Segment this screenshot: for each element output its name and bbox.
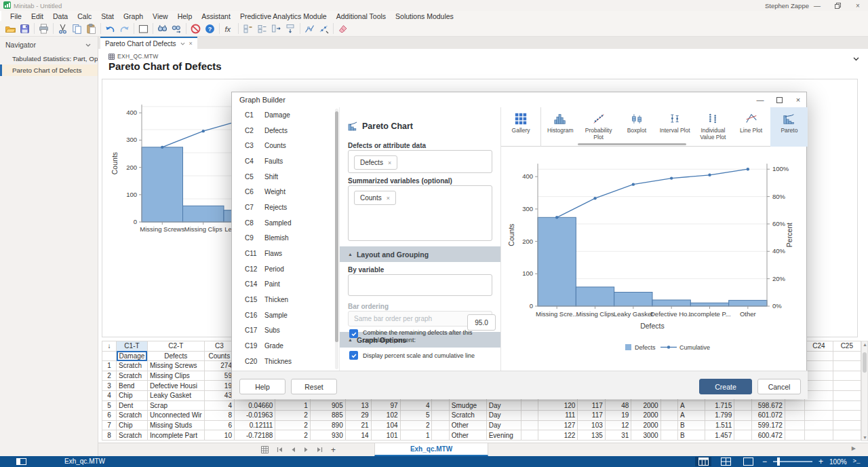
cell[interactable]: 890 (310, 420, 345, 430)
section-layout-grouping[interactable]: ▲Layout and Grouping (340, 246, 500, 262)
navigator-item-tabulated-statistics-part-oper[interactable]: Tabulated Statistics: Part, Operator (0, 53, 98, 64)
cell[interactable]: 2000 (631, 411, 660, 421)
cell[interactable]: -0.72188 (234, 430, 275, 441)
stop-icon[interactable] (189, 22, 203, 36)
last-sheet-icon[interactable] (317, 447, 323, 453)
row-number[interactable]: 8 (102, 430, 117, 441)
cell[interactable] (833, 371, 861, 381)
cell[interactable]: 135 (578, 430, 605, 441)
cell[interactable]: 2 (400, 420, 432, 430)
column-item-c17[interactable]: C17Subs (232, 323, 339, 339)
column-name-cell[interactable]: Defects (147, 351, 204, 361)
cell[interactable]: 127 (538, 420, 578, 430)
cell[interactable]: 6 (204, 420, 234, 430)
cell[interactable] (432, 411, 449, 421)
column-name-cell[interactable]: Damage (117, 351, 148, 361)
cell[interactable]: Day (486, 411, 521, 421)
cell[interactable]: A (678, 411, 705, 421)
move-rows-icon[interactable] (269, 22, 283, 36)
defects-field[interactable]: Defects× (348, 150, 492, 173)
split-view-icon[interactable] (717, 457, 734, 466)
cell[interactable] (805, 381, 833, 391)
cell[interactable] (805, 430, 833, 441)
cell[interactable]: 48 (605, 400, 631, 411)
help-icon[interactable]: ? (203, 22, 217, 36)
cell[interactable] (833, 430, 861, 441)
cell[interactable]: 19 (605, 411, 631, 421)
cell[interactable]: 21 (345, 420, 371, 430)
cell[interactable]: Scratch (117, 430, 148, 441)
sheet-tab-exh-qc[interactable]: Exh_qc.MTW (374, 443, 488, 456)
column-item-c15[interactable]: C15Thicken (232, 292, 339, 307)
cell[interactable]: 19 (204, 381, 234, 391)
menu-edit[interactable]: Edit (26, 12, 48, 20)
cell[interactable]: 1 (275, 400, 310, 411)
combine-defects-checkbox[interactable] (349, 329, 358, 338)
zoom-slider[interactable] (773, 461, 812, 462)
undo-icon[interactable] (103, 22, 117, 36)
cell[interactable]: 2000 (631, 420, 660, 430)
column-header-C2-T[interactable]: C2-T (147, 341, 204, 352)
dialog-minimize-icon[interactable]: — (752, 94, 768, 106)
cell[interactable]: 905 (310, 400, 345, 411)
cell[interactable]: 5 (400, 411, 432, 421)
cell[interactable]: B (678, 430, 705, 441)
worksheet-vertical-scrollbar[interactable]: ▲ ▼ (861, 341, 868, 441)
tab-pareto-chart-of-defects[interactable]: Pareto Chart of Defects × (100, 37, 197, 49)
cell[interactable]: 598.672 (751, 400, 785, 411)
menu-assistant[interactable]: Assistant (197, 12, 235, 20)
cell[interactable]: 103 (578, 420, 605, 430)
cell[interactable]: 4 (400, 400, 432, 411)
cell[interactable]: 885 (310, 411, 345, 421)
gallery-item-line-plot[interactable]: Line Plot (732, 107, 770, 147)
cell[interactable]: Scratch (117, 371, 148, 381)
column-item-c4[interactable]: C4Faults (232, 153, 339, 169)
scroll-right-icon[interactable]: ▶ (852, 445, 856, 451)
column-item-c11[interactable]: C11Flaws (232, 246, 339, 261)
cell[interactable]: Unconnected Wir (147, 411, 204, 421)
column-item-c9[interactable]: C9Blemish (232, 231, 339, 246)
cell[interactable] (660, 420, 677, 430)
cell[interactable]: Scratch (117, 411, 148, 421)
help-button[interactable]: Help (239, 379, 285, 394)
column-item-c7[interactable]: C7Rejects (232, 200, 339, 215)
cell[interactable]: 600.472 (751, 430, 785, 441)
gallery-scrollbar[interactable] (578, 143, 686, 145)
cell[interactable] (833, 411, 861, 421)
column-header-C24[interactable]: C24 (805, 341, 833, 352)
column-header-C3[interactable]: C3 (204, 341, 234, 352)
reset-button[interactable]: Reset (291, 379, 337, 394)
cell[interactable] (785, 430, 805, 441)
percent-scale-checkbox[interactable] (349, 351, 358, 360)
cell[interactable] (833, 381, 861, 391)
cell[interactable]: 1.799 (705, 411, 734, 421)
cell[interactable]: 601.072 (751, 411, 785, 421)
row-number[interactable]: 6 (102, 411, 117, 421)
edit-graph-icon[interactable] (302, 22, 317, 36)
column-item-c14[interactable]: C14Paint (232, 277, 339, 293)
cell[interactable] (734, 420, 751, 430)
column-item-c8[interactable]: C8Sampled (232, 215, 339, 231)
cell[interactable]: 117 (578, 400, 605, 411)
scroll-up-icon[interactable]: ▲ (863, 342, 867, 347)
command-line-icon[interactable]: >_ (853, 458, 861, 465)
column-item-c2[interactable]: C2Defects (232, 123, 339, 138)
column-item-c6[interactable]: C6Weight (232, 184, 339, 200)
menu-graph[interactable]: Graph (119, 12, 148, 20)
cell[interactable] (785, 420, 805, 430)
scroll-down-icon[interactable]: ▼ (863, 435, 867, 440)
cell[interactable]: Scratch (117, 361, 148, 371)
zoom-level[interactable]: 100% (829, 458, 847, 466)
menu-stat[interactable]: Stat (96, 12, 119, 20)
cell[interactable]: 101 (371, 430, 400, 441)
worksheet-list-icon[interactable] (261, 446, 269, 453)
formula-icon[interactable]: fx (222, 22, 236, 36)
gallery-item-gallery[interactable]: Gallery (501, 107, 541, 147)
menu-view[interactable]: View (148, 12, 173, 20)
gallery-item-interval-plot[interactable]: Interval Plot (656, 107, 694, 147)
cell[interactable]: 1.715 (705, 400, 734, 411)
cell[interactable]: A (678, 400, 705, 411)
menu-file[interactable]: File (5, 12, 26, 20)
cell[interactable]: Incomplete Part (147, 430, 204, 441)
cell[interactable] (432, 430, 449, 441)
